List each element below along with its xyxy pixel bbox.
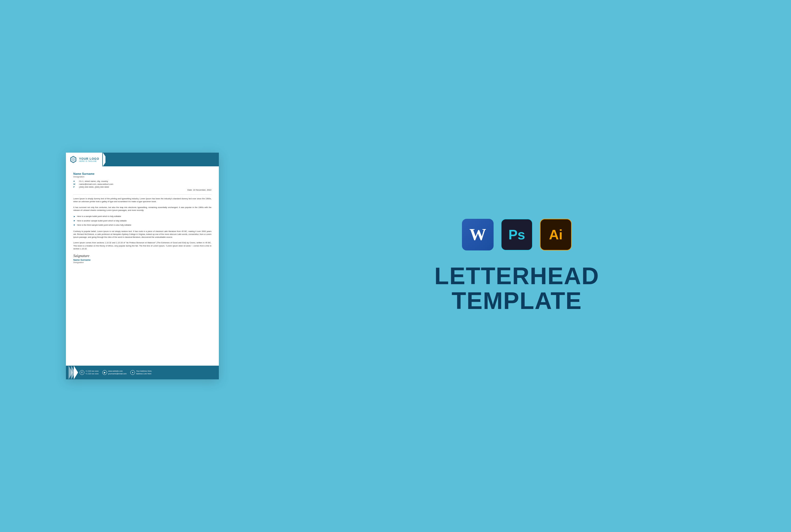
footer-addr-group: ● Your Address Here, Address Line Here (130, 370, 152, 375)
bullet-3: ► Here is the third sample bullet point … (73, 223, 211, 227)
logo-hex-icon (70, 156, 77, 163)
location-icon: ● (130, 370, 135, 375)
app-icons-row: W Ps Ai (462, 219, 572, 250)
footer-phone-text: +1 210 xxx xxxx +1 210 xxx xxxx (86, 370, 99, 375)
ai-letter: Ai (549, 228, 563, 242)
doc-body: Name Surname Designation A : 01-1, stree… (66, 166, 219, 366)
address-value: 01-1, street name, city, country (79, 180, 108, 183)
word-letter: W (469, 226, 486, 243)
footer-web-text: www.website.com yourname@email.com (108, 370, 127, 375)
bullet-arrow-1: ► (73, 214, 76, 218)
title-line-2: TEMPLATE (434, 288, 599, 314)
address-label: A (73, 180, 77, 183)
doc-footer: ✆ +1 210 xxx xxxx +1 210 xxx xxxx ▶ www.… (66, 366, 219, 379)
document-preview: YOUR LOGO HERE IS TAGLINE Name Surname D… (66, 153, 219, 379)
web-icon: ▶ (102, 370, 107, 375)
phone-value: (000) 000 0000, (000) 000 0000 (79, 186, 109, 188)
bullet-arrow-2: ► (73, 218, 76, 223)
footer-contacts: ✆ +1 210 xxx xxxx +1 210 xxx xxxx ▶ www.… (80, 370, 152, 375)
logo-title: YOUR LOGO (79, 157, 99, 160)
left-section: YOUR LOGO HERE IS TAGLINE Name Surname D… (42, 153, 243, 379)
phone-row: P : (000) 000 0000, (000) 000 0000 (73, 186, 211, 188)
logo-area: YOUR LOGO HERE IS TAGLINE (66, 153, 102, 166)
website-value: name@email.com, www.weburl.com (79, 183, 113, 185)
sender-designation: Designation (73, 175, 211, 178)
date-text: Date: 10 November, 2022 (187, 189, 211, 191)
doc-header: YOUR LOGO HERE IS TAGLINE (66, 153, 219, 166)
sig-designation: Designation (73, 261, 211, 264)
phone-icon: ✆ (80, 370, 84, 375)
svg-marker-1 (72, 157, 75, 162)
footer-addr-text: Your Address Here, Address Line Here (136, 370, 152, 375)
ps-letter: Ps (508, 228, 525, 242)
para-4: Lorem Ipsum comes from sections 1.10.32 … (73, 241, 211, 250)
footer-phone-group: ✆ +1 210 xxx xxxx +1 210 xxx xxxx (80, 370, 99, 375)
bullet-1: ► Here is a sample bullet point which is… (73, 214, 211, 218)
word-icon: W (462, 219, 494, 250)
para-1: Lorem Ipsum is simply dummy text of the … (73, 197, 211, 203)
website-label: W (73, 183, 77, 185)
photoshop-icon: Ps (501, 219, 533, 250)
bullet-arrow-3: ► (73, 223, 76, 227)
website-row: W : name@email.com, www.weburl.com (73, 183, 211, 185)
logo-text-group: YOUR LOGO HERE IS TAGLINE (79, 157, 99, 162)
sig-name: Name Surname (73, 259, 211, 261)
template-title: LETTERHEAD TEMPLATE (434, 264, 599, 314)
sender-name: Name Surname (73, 172, 211, 175)
para-3: Contrary to popular belief, Lorem Ipsum … (73, 230, 211, 239)
header-chevrons (103, 153, 110, 166)
footer-web-group: ▶ www.website.com yourname@email.com (102, 370, 127, 375)
date-row: Date: 10 November, 2022 (73, 189, 211, 191)
footer-chevron-2 (71, 366, 75, 379)
illustrator-icon: Ai (540, 219, 572, 250)
logo-tagline: HERE IS TAGLINE (79, 160, 99, 162)
signature-script: Saignature (73, 254, 211, 258)
para-2: It has survived not only five centuries,… (73, 206, 211, 212)
title-line-1: LETTERHEAD (434, 264, 599, 289)
signature-area: Saignature Name Surname Designation (73, 254, 211, 264)
bullet-2: ► Here is another sample bullet point wh… (73, 218, 211, 223)
chevron-2 (106, 153, 110, 166)
address-row: A : 01-1, street name, city, country (73, 180, 211, 183)
phone-label: P (73, 186, 77, 188)
right-section: W Ps Ai LETTERHEAD TEMPLATE (243, 219, 791, 314)
footer-chevrons (69, 366, 76, 379)
bullet-list: ► Here is a sample bullet point which is… (73, 214, 211, 227)
